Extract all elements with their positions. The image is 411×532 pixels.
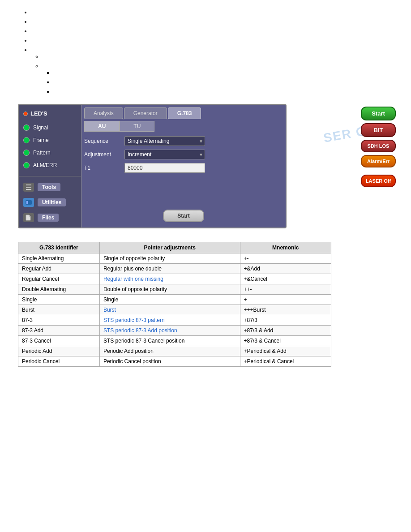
tools-label: Tools (38, 183, 60, 191)
table-cell-id: Periodic Add (18, 346, 100, 356)
svg-rect-1 (26, 201, 28, 204)
sub-tab-tu[interactable]: TU (120, 121, 154, 132)
table-cell-adjustment: Periodic Add position (99, 346, 240, 356)
bullet-5b-iii (54, 88, 393, 95)
sidebar-item-tools[interactable]: Tools (19, 180, 81, 194)
sequence-select[interactable]: Single Alternating Regular Add Regular C… (124, 136, 205, 146)
sequence-select-wrapper: Single Alternating Regular Add Regular C… (124, 136, 205, 146)
form-row-sequence: Sequence Single Alternating Regular Add … (84, 136, 283, 146)
start-main-button[interactable]: Start (361, 107, 396, 120)
table-cell-adjustment: STS periodic 87-3 Add position (99, 326, 240, 336)
table-cell-mnemonic: +- (240, 253, 331, 264)
table-cell-adjustment: Double of opposite polarity (99, 284, 240, 295)
table-cell-mnemonic: +87/3 & Cancel (240, 336, 331, 346)
table-cell-mnemonic: +&Cancel (240, 274, 331, 284)
table-cell-adjustment: Regular plus one double (99, 264, 240, 274)
right-buttons-panel: Start BIT SDH LOS Alarm/Err LASER Off (358, 104, 398, 190)
start-button-bottom[interactable]: Start (163, 210, 204, 222)
sidebar-header: LED'S (19, 107, 81, 120)
table-cell-adjustment: STS periodic 87-3 Cancel position (99, 336, 240, 346)
utilities-label: Utilities (38, 198, 66, 206)
tabs-row: Analysis Generator G.783 (84, 107, 283, 119)
table-cell-adjustment: Single (99, 295, 240, 305)
table-cell-id: Burst (18, 305, 100, 315)
laser-off-button[interactable]: LASER Off (361, 175, 396, 187)
utilities-icon (23, 198, 34, 207)
table-row: 87-3 AddSTS periodic 87-3 Add position+8… (18, 326, 331, 336)
table-cell-adjustment: Single of opposite polarity (99, 253, 240, 264)
table-row: Periodic AddPeriodic Add position+Period… (18, 346, 331, 356)
table-cell-mnemonic: +87/3 & Add (240, 326, 331, 336)
device-panel: LED'S Signal Frame Pattern ALM/ERR (18, 104, 287, 228)
table-header-adjustments: Pointer adjustments (99, 242, 240, 253)
sdh-los-button[interactable]: SDH LOS (361, 140, 396, 152)
tab-generator[interactable]: Generator (124, 107, 167, 119)
table-header-mnemonic: Mnemonic (240, 242, 331, 253)
bullet-list-section (18, 9, 393, 95)
table-row: Regular AddRegular plus one double+&Add (18, 264, 331, 274)
adjustment-select-wrapper: Increment Decrement ▼ (124, 150, 205, 159)
sidebar-item-frame[interactable]: Frame (19, 134, 81, 146)
sidebar-item-utilities[interactable]: Utilities (19, 195, 81, 210)
table-cell-id: Regular Cancel (18, 274, 100, 284)
frame-label: Frame (33, 137, 49, 143)
bullet-5b-ii (54, 79, 393, 86)
table-cell-id: 87-3 Cancel (18, 336, 100, 346)
files-label: Files (38, 214, 59, 222)
bullet-5b (43, 63, 393, 95)
main-content: Analysis Generator G.783 AU TU Sequence … (81, 105, 286, 227)
table-cell-id: Single Alternating (18, 253, 100, 264)
tab-g783[interactable]: G.783 (168, 107, 201, 119)
tab-analysis[interactable]: Analysis (84, 107, 123, 119)
bullet-5a (43, 53, 393, 60)
table-cell-mnemonic: +Periodical & Add (240, 346, 331, 356)
table-row: Regular CancelRegular with one missing+&… (18, 274, 331, 284)
table-header-identifier: G.783 Identifier (18, 242, 100, 253)
sidebar-item-files[interactable]: Files (19, 210, 81, 225)
t1-label: T1 (84, 165, 124, 171)
table-row: Periodic CancelPeriodic Cancel position+… (18, 356, 331, 367)
bullet-3 (31, 28, 393, 34)
table-row: Double AlternatingDouble of opposite pol… (18, 284, 331, 295)
form-row-t1: T1 (84, 163, 283, 173)
table-cell-adjustment: STS periodic 87-3 pattern (99, 315, 240, 326)
frame-led (23, 137, 30, 143)
table-row: SingleSingle+ (18, 295, 331, 305)
table-cell-id: 87-3 Add (18, 326, 100, 336)
table-cell-adjustment: Burst (99, 305, 240, 315)
sidebar-item-pattern[interactable]: Pattern (19, 146, 81, 159)
table-row: 87-3 CancelSTS periodic 87-3 Cancel posi… (18, 336, 331, 346)
table-cell-id: 87-3 (18, 315, 100, 326)
sidebar-title: LED'S (30, 110, 47, 117)
table-cell-id: Regular Add (18, 264, 100, 274)
adjustment-label: Adjustment (84, 151, 124, 158)
table-row: 87-3STS periodic 87-3 pattern+87/3 (18, 315, 331, 326)
g783-table: G.783 Identifier Pointer adjustments Mne… (18, 242, 331, 367)
bullet-1 (31, 9, 393, 16)
table-row: Single AlternatingSingle of opposite pol… (18, 253, 331, 264)
table-cell-id: Double Alternating (18, 284, 100, 295)
adjustment-select[interactable]: Increment Decrement (124, 150, 205, 159)
bullet-2 (31, 18, 393, 25)
sub-tabs-row: AU TU (84, 121, 283, 132)
bullet-4 (31, 37, 393, 44)
table-cell-adjustment: Periodic Cancel position (99, 356, 240, 367)
bit-button[interactable]: BIT (361, 123, 396, 137)
bullet-5 (31, 47, 393, 95)
table-cell-mnemonic: + (240, 295, 331, 305)
sequence-label: Sequence (84, 138, 124, 144)
files-icon (23, 213, 34, 222)
alarm-err-button[interactable]: Alarm/Err (361, 155, 396, 167)
pattern-led (23, 150, 30, 156)
sidebar-item-almerr[interactable]: ALM/ERR (19, 159, 81, 172)
table-cell-mnemonic: +87/3 (240, 315, 331, 326)
bullet-5b-i (54, 69, 393, 76)
t1-input[interactable] (124, 163, 205, 173)
table-cell-mnemonic: +++Burst (240, 305, 331, 315)
signal-label: Signal (33, 124, 48, 131)
almerr-label: ALM/ERR (33, 162, 57, 168)
tools-icon (23, 183, 34, 192)
start-button-area: Start (84, 207, 283, 225)
sub-tab-au[interactable]: AU (84, 121, 120, 132)
sidebar-item-signal[interactable]: Signal (19, 121, 81, 134)
